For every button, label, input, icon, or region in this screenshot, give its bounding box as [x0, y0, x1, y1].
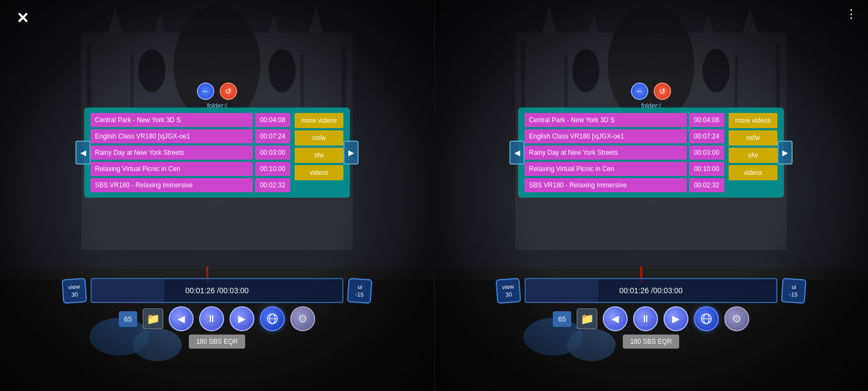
right-video-row-2: English Class VR180 [xjJGX-oe1 00:07:24: [525, 129, 724, 143]
left-panel-arrow-left[interactable]: ◀: [75, 141, 91, 165]
left-video-duration-1: 00:04:08: [255, 113, 290, 127]
right-cat-more-videos[interactable]: more videos: [729, 113, 777, 128]
right-rewind-button[interactable]: ◀: [603, 306, 628, 331]
left-pause-button[interactable]: ⏸: [199, 306, 224, 331]
left-video-row-3: Rainy Day at New York Streets 00:03:00: [91, 146, 290, 160]
right-video-title-3[interactable]: Rainy Day at New York Streets: [525, 146, 687, 160]
left-progress-track[interactable]: 00:01:26 /00:03:00: [91, 278, 343, 303]
left-panel-arrow-right[interactable]: ▶: [343, 141, 359, 165]
left-vr-panel: ✕ ← ↺ folder:/ Central Park - New York 3…: [0, 0, 434, 391]
left-ui-badge[interactable]: ui -15: [347, 278, 372, 304]
right-video-section: Central Park - New York 3D S 00:04:08 En…: [525, 113, 724, 192]
svg-point-32: [572, 49, 599, 92]
right-video-duration-4: 00:10:00: [689, 162, 724, 176]
left-category-section: more videos nsfw sfw videos: [295, 113, 343, 192]
right-cat-sfw[interactable]: sfw: [729, 148, 777, 163]
right-progress-text: 00:01:26 /00:03:00: [620, 286, 683, 295]
right-cat-nsfw[interactable]: nsfw: [729, 130, 777, 146]
right-video-duration-5: 00:02:32: [689, 178, 724, 192]
right-vr-panel: ⋮ ← ↺ folder:/ Central Park - New York 3…: [434, 0, 868, 391]
left-panel-inner: Central Park - New York 3D S 00:04:08 En…: [91, 113, 343, 192]
left-folder-nav: ← ↺ folder:/: [197, 83, 237, 100]
svg-point-12: [269, 49, 296, 92]
left-video-row-2: English Class VR180 [xjJGX-oe1 00:07:24: [91, 129, 290, 143]
right-video-title-2[interactable]: English Class VR180 [xjJGX-oe1: [525, 129, 687, 143]
right-panel-inner: Central Park - New York 3D S 00:04:08 En…: [525, 113, 777, 192]
right-panel-arrow-left[interactable]: ◀: [509, 141, 525, 165]
right-settings-button[interactable]: ⚙: [724, 306, 749, 331]
right-progress-fill: [526, 279, 598, 302]
left-video-duration-3: 00:03:00: [255, 146, 290, 160]
right-video-duration-1: 00:04:08: [689, 113, 724, 127]
right-video-row-4: Relaxing Virtual Picnic in Cen 00:10:00: [525, 162, 724, 176]
right-bottom-controls: view 30 00:01:26 /00:03:00 ui -15 65 📁 ◀…: [496, 278, 806, 349]
right-pause-button[interactable]: ⏸: [633, 306, 658, 331]
left-format-badge: 180 SBS EQR: [189, 335, 246, 349]
left-progress-fill: [92, 279, 164, 302]
right-format-badge: 180 SBS EQR: [623, 335, 680, 349]
right-folder-nav: ← ↺ folder:/: [631, 83, 671, 100]
close-button[interactable]: ✕: [16, 11, 29, 26]
left-video-title-5[interactable]: SBS VR180 - Relaxing Immersive: [91, 178, 253, 192]
left-progress-text: 00:01:26 /00:03:00: [186, 286, 249, 295]
left-video-row-4: Relaxing Virtual Picnic in Cen 00:10:00: [91, 162, 290, 176]
left-video-row-5: SBS VR180 - Relaxing Immersive 00:02:32: [91, 178, 290, 192]
left-video-duration-2: 00:07:24: [255, 129, 290, 143]
left-video-title-2[interactable]: English Class VR180 [xjJGX-oe1: [91, 129, 253, 143]
left-video-title-3[interactable]: Rainy Day at New York Streets: [91, 146, 253, 160]
right-progress-track[interactable]: 00:01:26 /00:03:00: [525, 278, 777, 303]
left-bottom-controls: view 30 00:01:26 /00:03:00 ui -15 65 📁 ◀…: [62, 278, 372, 349]
vr-divider: [434, 0, 435, 391]
left-view-badge[interactable]: view 30: [61, 278, 87, 304]
left-cat-nsfw[interactable]: nsfw: [295, 130, 343, 146]
right-video-title-5[interactable]: SBS VR180 - Relaxing Immersive: [525, 178, 687, 192]
right-video-duration-2: 00:07:24: [689, 129, 724, 143]
left-video-duration-4: 00:10:00: [255, 162, 290, 176]
right-video-title-1[interactable]: Central Park - New York 3D S: [525, 113, 687, 127]
left-back-button[interactable]: ←: [197, 83, 214, 100]
right-playback-controls: 65 📁 ◀ ⏸ ▶ ⚙: [553, 306, 749, 331]
left-video-duration-5: 00:02:32: [255, 178, 290, 192]
right-video-title-4[interactable]: Relaxing Virtual Picnic in Cen: [525, 162, 687, 176]
right-content-panel: Central Park - New York 3D S 00:04:08 En…: [518, 108, 784, 198]
left-video-section: Central Park - New York 3D S 00:04:08 En…: [91, 113, 290, 192]
left-rewind-button[interactable]: ◀: [169, 306, 194, 331]
left-folder-button[interactable]: 📁: [143, 308, 163, 329]
left-video-title-4[interactable]: Relaxing Virtual Picnic in Cen: [91, 162, 253, 176]
right-cat-videos[interactable]: videos: [729, 165, 777, 180]
right-video-row-1: Central Park - New York 3D S 00:04:08: [525, 113, 724, 127]
right-progress-row: view 30 00:01:26 /00:03:00 ui -15: [496, 278, 806, 303]
left-video-row-1: Central Park - New York 3D S 00:04:08: [91, 113, 290, 127]
right-back-button[interactable]: ←: [631, 83, 648, 100]
right-refresh-button[interactable]: ↺: [654, 83, 671, 100]
svg-point-11: [138, 49, 165, 92]
left-sphere-button[interactable]: [260, 306, 285, 331]
right-video-duration-3: 00:03:00: [689, 146, 724, 160]
right-video-row-3: Rainy Day at New York Streets 00:03:00: [525, 146, 724, 160]
left-playback-controls: 65 📁 ◀ ⏸ ▶ ⚙: [119, 306, 315, 331]
right-play-button[interactable]: ▶: [663, 306, 688, 331]
right-video-row-5: SBS VR180 - Relaxing Immersive 00:02:32: [525, 178, 724, 192]
right-ui-badge[interactable]: ui -15: [781, 278, 806, 304]
svg-point-33: [703, 49, 730, 92]
right-panel-arrow-right[interactable]: ▶: [777, 141, 793, 165]
left-settings-button[interactable]: ⚙: [290, 306, 315, 331]
left-progress-row: view 30 00:01:26 /00:03:00 ui -15: [62, 278, 372, 303]
right-category-section: more videos nsfw sfw videos: [729, 113, 777, 192]
left-content-panel: Central Park - New York 3D S 00:04:08 En…: [84, 108, 350, 198]
right-sphere-button[interactable]: [694, 306, 719, 331]
left-cat-videos[interactable]: videos: [295, 165, 343, 180]
right-view-badge[interactable]: view 30: [495, 278, 521, 304]
more-options-button[interactable]: ⋮: [845, 8, 857, 20]
left-refresh-button[interactable]: ↺: [220, 83, 237, 100]
left-cat-more-videos[interactable]: more videos: [295, 113, 343, 128]
left-play-button[interactable]: ▶: [229, 306, 254, 331]
right-volume-badge[interactable]: 65: [553, 311, 571, 327]
right-folder-button[interactable]: 📁: [577, 308, 597, 329]
left-volume-badge[interactable]: 65: [119, 311, 137, 327]
left-cat-sfw[interactable]: sfw: [295, 148, 343, 163]
left-video-title-1[interactable]: Central Park - New York 3D S: [91, 113, 253, 127]
